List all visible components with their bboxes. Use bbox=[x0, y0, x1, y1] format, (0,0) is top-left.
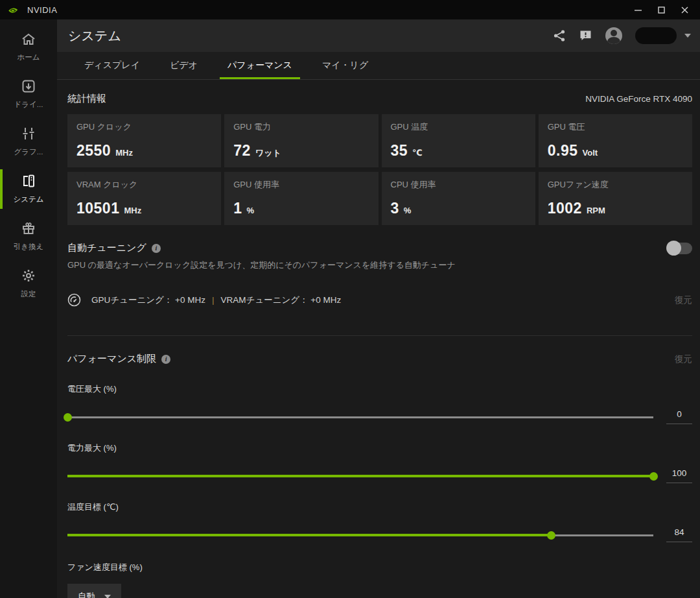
sidebar-item-home[interactable]: ホーム bbox=[0, 25, 57, 71]
slider-thumb[interactable] bbox=[547, 531, 555, 540]
page-header: システム bbox=[57, 19, 700, 52]
fan-speed-selected-option: 自動 bbox=[78, 591, 95, 598]
stat-card-cpu-usage: CPU 使用率 3% bbox=[382, 172, 535, 225]
graphics-sliders-icon bbox=[21, 126, 36, 143]
voltage-max-slider[interactable] bbox=[67, 413, 653, 422]
fan-speed-dropdown[interactable]: 自動 bbox=[67, 584, 121, 598]
temp-target-value[interactable]: 84 bbox=[666, 527, 692, 542]
stat-value: 1002 bbox=[548, 200, 582, 217]
toggle-knob bbox=[666, 241, 681, 256]
tab-my-rig[interactable]: マイ・リグ bbox=[314, 52, 376, 79]
tab-performance[interactable]: パフォーマンス bbox=[220, 52, 300, 79]
auto-tuning-section: 自動チューニング i GPU の最適なオーバークロック設定を見つけ、定期的にその… bbox=[67, 242, 692, 307]
voltage-max-value[interactable]: 0 bbox=[666, 409, 692, 424]
vram-tuning-status: VRAMチューニング： +0 MHz bbox=[221, 294, 342, 306]
stat-value: 2550 bbox=[76, 142, 111, 160]
stats-section-title: 統計情報 bbox=[67, 93, 106, 105]
stat-unit: ℃ bbox=[412, 148, 423, 158]
auto-tuning-restore-button[interactable]: 復元 bbox=[675, 294, 692, 306]
slider-thumb[interactable] bbox=[64, 413, 72, 422]
voltage-max-label: 電圧最大 (%) bbox=[67, 383, 692, 395]
status-separator: | bbox=[212, 295, 215, 305]
performance-limits-title: パフォーマンス制限 bbox=[67, 353, 156, 365]
redeem-gift-icon bbox=[21, 221, 36, 238]
temp-target-group: 温度目標 (℃) 84 bbox=[67, 501, 692, 542]
gpu-tuning-status: GPUチューニング： +0 MHz bbox=[91, 294, 205, 306]
stat-card-gpu-usage: GPU 使用率 1% bbox=[224, 172, 378, 225]
fan-speed-target-group: ファン速度目標 (%) 自動 bbox=[67, 562, 692, 598]
maximize-button[interactable] bbox=[652, 2, 670, 18]
sidebar-item-redeem[interactable]: 引き換え bbox=[0, 213, 57, 260]
slider-fill bbox=[67, 534, 551, 536]
title-bar: NVIDIA bbox=[0, 0, 700, 19]
stat-value: 10501 bbox=[76, 200, 119, 217]
stat-value: 35 bbox=[391, 142, 408, 160]
share-icon[interactable] bbox=[553, 29, 566, 42]
sidebar-item-label: ドライ... bbox=[14, 100, 43, 110]
tab-display[interactable]: ディスプレイ bbox=[76, 52, 148, 79]
stat-unit: RPM bbox=[587, 206, 605, 215]
sidebar-item-label: 設定 bbox=[21, 289, 36, 299]
temp-target-slider[interactable] bbox=[67, 531, 653, 540]
tab-video[interactable]: ビデオ bbox=[162, 52, 205, 79]
power-max-value[interactable]: 100 bbox=[666, 468, 692, 483]
sidebar: ホーム ドライ... グラフ... システム bbox=[0, 19, 57, 598]
stat-unit: ワット bbox=[255, 147, 281, 159]
sidebar-item-label: システム bbox=[13, 195, 43, 204]
sidebar-item-settings[interactable]: 設定 bbox=[0, 260, 57, 307]
stat-card-vram-clock: VRAM クロック 10501MHz bbox=[67, 172, 221, 225]
close-button[interactable] bbox=[675, 2, 694, 18]
auto-tuning-toggle[interactable] bbox=[668, 243, 692, 254]
sidebar-item-label: グラフ... bbox=[14, 147, 43, 157]
stat-value: 0.95 bbox=[548, 142, 578, 160]
account-dropdown-caret-icon[interactable] bbox=[684, 34, 691, 38]
tab-bar: ディスプレイ ビデオ パフォーマンス マイ・リグ bbox=[57, 52, 700, 80]
stat-value: 3 bbox=[391, 200, 399, 217]
power-max-group: 電力最大 (%) 100 bbox=[67, 442, 692, 483]
sidebar-item-system[interactable]: システム bbox=[0, 165, 57, 213]
performance-limits-restore-button[interactable]: 復元 bbox=[675, 353, 692, 365]
slider-thumb[interactable] bbox=[649, 472, 658, 481]
info-icon[interactable]: i bbox=[161, 355, 170, 364]
section-divider bbox=[67, 335, 692, 336]
minimize-button[interactable] bbox=[629, 2, 647, 18]
gpu-name: NVIDIA GeForce RTX 4090 bbox=[585, 94, 692, 104]
stat-value: 1 bbox=[233, 200, 242, 217]
chevron-down-icon bbox=[104, 595, 111, 598]
stat-card-gpu-power: GPU 電力 72ワット bbox=[224, 114, 378, 167]
stat-unit: % bbox=[247, 206, 255, 215]
stats-cards-grid: GPU クロック 2550MHz GPU 電力 72ワット GPU 温度 35℃… bbox=[67, 114, 692, 225]
slider-track bbox=[67, 416, 653, 418]
sidebar-item-graphics[interactable]: グラフ... bbox=[0, 118, 57, 165]
app-title: NVIDIA bbox=[27, 5, 57, 15]
power-max-slider[interactable] bbox=[67, 472, 653, 481]
home-icon bbox=[21, 33, 36, 49]
stat-unit: MHz bbox=[124, 206, 141, 215]
settings-gear-icon bbox=[21, 269, 36, 285]
account-name-redacted[interactable] bbox=[635, 27, 677, 44]
sidebar-item-label: 引き換え bbox=[14, 242, 44, 252]
system-icon bbox=[21, 174, 36, 191]
driver-download-icon bbox=[21, 79, 36, 96]
power-max-label: 電力最大 (%) bbox=[67, 442, 692, 454]
sidebar-item-label: ホーム bbox=[17, 53, 40, 62]
fan-speed-target-label: ファン速度目標 (%) bbox=[67, 562, 692, 573]
feedback-icon[interactable] bbox=[579, 29, 592, 42]
info-icon[interactable]: i bbox=[152, 244, 161, 253]
stat-card-gpu-temp: GPU 温度 35℃ bbox=[382, 114, 535, 167]
performance-limits-section: パフォーマンス制限 i 復元 電圧最大 (%) bbox=[67, 353, 692, 598]
voltage-max-group: 電圧最大 (%) 0 bbox=[67, 383, 692, 424]
avatar-icon[interactable] bbox=[605, 27, 622, 44]
sidebar-item-drivers[interactable]: ドライ... bbox=[0, 71, 57, 118]
stat-unit: MHz bbox=[115, 148, 133, 158]
nvidia-app-window: NVIDIA ホーム bbox=[0, 0, 700, 598]
gauge-icon bbox=[67, 293, 81, 307]
stat-value: 72 bbox=[233, 142, 251, 160]
nvidia-logo-icon bbox=[8, 5, 21, 14]
performance-panel: 統計情報 NVIDIA GeForce RTX 4090 GPU クロック 25… bbox=[57, 80, 700, 598]
page-title: システム bbox=[68, 27, 121, 45]
slider-fill bbox=[67, 475, 653, 477]
auto-tuning-title: 自動チューニング bbox=[67, 242, 146, 254]
stat-unit: % bbox=[404, 206, 412, 215]
stat-card-gpu-fan-speed: GPUファン速度 1002RPM bbox=[539, 172, 692, 225]
